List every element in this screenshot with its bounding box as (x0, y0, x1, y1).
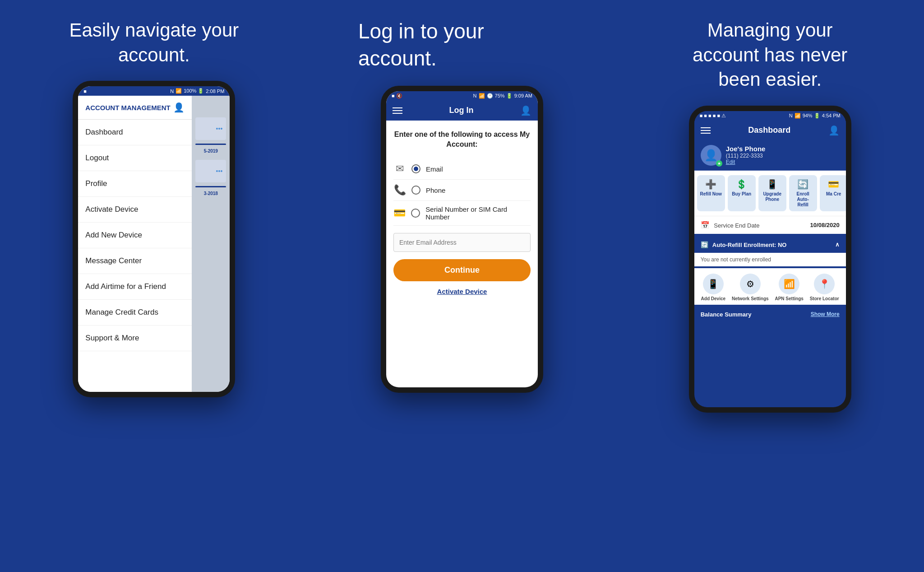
divider-2 (195, 186, 226, 187)
hamburger-line-b (701, 130, 711, 131)
continue-button[interactable]: Continue (393, 259, 531, 281)
bottom-action-add-device[interactable]: 📱 Add Device (701, 274, 725, 301)
content-blur: ••• 5-2019 ••• 3-2018 (192, 96, 230, 392)
auto-refill-body: You are not currently enrolled (694, 253, 846, 266)
nav-item-logout[interactable]: Logout (78, 145, 192, 171)
user-card: 👤 ★ Joe's Phone (111) 222-3333 Edit (694, 140, 846, 171)
hamburger-menu-3[interactable] (701, 127, 711, 134)
user-edit-link[interactable]: Edit (726, 159, 766, 165)
auto-refill-left: 🔄 Auto-Refill Enrollment: NO (701, 241, 787, 248)
bottom-action-network[interactable]: ⚙ Network Settings (732, 274, 769, 301)
balance-bar: Balance Summary Show More (694, 307, 846, 322)
action-enroll[interactable]: 🔄 Enroll Auto-Refill (789, 175, 817, 211)
phone-screen-1: ■ N 📶 100% 🔋 2:08 PM ACCOUNT MANAGEMENT … (78, 86, 230, 392)
dots-2: ••• (216, 167, 223, 175)
activate-device-link[interactable]: Activate Device (393, 288, 531, 295)
app-bar-title-3: Dashboard (748, 126, 790, 135)
buy-plan-icon: 💲 (736, 179, 747, 190)
apn-icon: 📶 (779, 274, 799, 294)
auto-refill-header[interactable]: 🔄 Auto-Refill Enrollment: NO (694, 237, 846, 253)
status-icons-3: ■ ■ ■ ■ ■ ⚠ (700, 113, 726, 119)
email-icon: ✉ (393, 163, 406, 175)
app-bar-title-2: Log In (449, 106, 474, 115)
nav-item-profile[interactable]: Profile (78, 171, 192, 197)
email-input[interactable] (393, 233, 531, 252)
status-time-1: 2:08 PM (206, 88, 224, 94)
panel-1: Easily navigate your account. ■ N 📶 100%… (0, 0, 308, 572)
radio-phone[interactable] (411, 186, 420, 195)
panel-2: Log in to your account. ■ 🔇 N 📶 🕐 75% 🔋 … (308, 0, 616, 572)
action-refill[interactable]: ➕ Refill Now (697, 175, 725, 211)
service-date-bar: 📅 Service End Date 10/08/2020 (694, 216, 846, 234)
phone-icon: 📞 (393, 184, 406, 196)
radio-email[interactable] (411, 164, 420, 173)
service-date-left: 📅 Service End Date (701, 221, 760, 229)
nav-header-title: ACCOUNT MANAGEMENT (85, 104, 170, 112)
panel2-tagline: Log in to your account. (358, 18, 566, 72)
status-time-2: 9:09 AM (514, 93, 532, 98)
enroll-label: Enroll Auto-Refill (792, 191, 814, 208)
divider-1 (195, 144, 226, 145)
status-right-2: N 📶 🕐 75% 🔋 9:09 AM (473, 93, 532, 99)
status-bar-3: ■ ■ ■ ■ ■ ⚠ N 📶 94% 🔋 4:54 PM (694, 111, 846, 121)
nav-item-credit[interactable]: Manage Credit Cards (78, 300, 192, 326)
chevron-up-icon (835, 241, 840, 248)
panel3-tagline: Managing your account has never been eas… (684, 18, 856, 92)
nav-item-airtime[interactable]: Add Airtime for a Friend (78, 274, 192, 300)
screen1-wrapper: ACCOUNT MANAGEMENT 👤 Dashboard Logout Pr… (78, 96, 230, 392)
action-ma-cre[interactable]: 💳 Ma Cre (820, 175, 846, 211)
avatar: 👤 ★ (701, 145, 721, 166)
bottom-action-apn[interactable]: 📶 APN Settings (775, 274, 803, 301)
date-2: 3-2018 (195, 191, 226, 196)
login-option-serial[interactable]: 💳 Serial Number or SIM Card Number (393, 201, 531, 226)
login-option-email[interactable]: ✉ Email (393, 158, 531, 180)
login-content: Enter one of the following to access My … (386, 121, 538, 305)
show-more-link[interactable]: Show More (811, 311, 840, 317)
store-icon: 📍 (814, 274, 835, 294)
radio-serial[interactable] (411, 209, 420, 218)
star-badge: ★ (716, 160, 722, 167)
login-prompt: Enter one of the following to access My … (393, 130, 531, 150)
nav-menu: ACCOUNT MANAGEMENT 👤 Dashboard Logout Pr… (78, 96, 192, 392)
action-upgrade[interactable]: 📱 Upgrade Phone (758, 175, 786, 211)
nav-menu-header: ACCOUNT MANAGEMENT 👤 (78, 96, 192, 120)
user-name: Joe's Phone (726, 145, 766, 153)
add-device-icon: 📱 (703, 274, 724, 294)
store-label: Store Locator (810, 296, 839, 301)
service-end-label: Service End Date (714, 222, 759, 229)
bottom-action-store[interactable]: 📍 Store Locator (810, 274, 839, 301)
login-option-phone[interactable]: 📞 Phone (393, 180, 531, 201)
status-left-2: ■ 🔇 (392, 93, 402, 99)
nav-item-add-device[interactable]: Add New Device (78, 223, 192, 248)
app-bar-3: Dashboard 👤 (694, 121, 846, 140)
status-wifi: 📶 (176, 88, 182, 94)
nav-item-activate[interactable]: Activate Device (78, 197, 192, 223)
status-time-3: 4:54 PM (822, 113, 841, 118)
balance-label: Balance Summary (701, 311, 752, 318)
dots-1: ••• (216, 125, 223, 132)
nav-item-dashboard[interactable]: Dashboard (78, 120, 192, 145)
phone-screen-2: ■ 🔇 N 📶 🕐 75% 🔋 9:09 AM Log In (386, 91, 538, 387)
serial-label: Serial Number or SIM Card Number (425, 205, 531, 221)
ma-cre-icon: 💳 (828, 179, 839, 190)
person-icon-3: 👤 (828, 125, 840, 136)
radio-email-inner (414, 167, 418, 171)
hamburger-menu-2[interactable] (393, 107, 402, 114)
status-left-1: ■ (83, 88, 87, 94)
action-buy-plan[interactable]: 💲 Buy Plan (728, 175, 756, 211)
phone-frame-1: ■ N 📶 100% 🔋 2:08 PM ACCOUNT MANAGEMENT … (73, 81, 235, 397)
status-nfc: N (170, 88, 174, 94)
upgrade-label: Upgrade Phone (761, 191, 784, 202)
add-device-label: Add Device (701, 296, 725, 301)
upgrade-icon: 📱 (767, 179, 778, 190)
hamburger-line (393, 107, 402, 108)
enroll-icon: 🔄 (797, 179, 808, 190)
network-label: Network Settings (732, 296, 769, 301)
status-icon-1: ■ (83, 88, 87, 94)
hamburger-line (393, 110, 402, 111)
nav-item-message[interactable]: Message Center (78, 248, 192, 274)
person-icon-1: 👤 (173, 102, 185, 113)
status-icon-2: ■ 🔇 (392, 93, 402, 99)
status-wifi3: 📶 (795, 113, 801, 119)
nav-item-support[interactable]: Support & More (78, 326, 192, 351)
